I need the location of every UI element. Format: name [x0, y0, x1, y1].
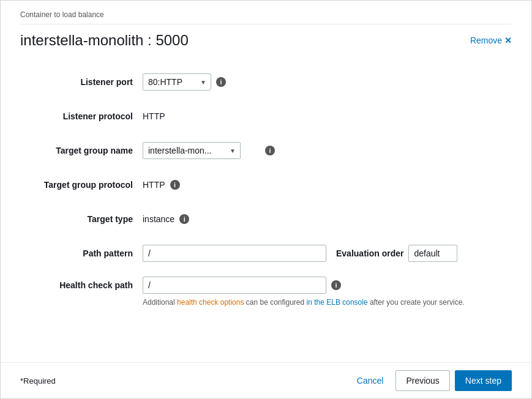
target-group-protocol-info-icon: i [170, 180, 180, 190]
target-type-row: Target type instance i [20, 208, 512, 230]
health-check-options-link[interactable]: health check options [177, 298, 244, 307]
target-group-protocol-label: Target group protocol [20, 180, 143, 190]
listener-port-select[interactable]: 80:HTTP 443:HTTPS 8080:HTTP [143, 73, 211, 91]
elb-console-link[interactable]: in the ELB console [307, 298, 368, 307]
next-step-button[interactable]: Next step [455, 370, 512, 391]
health-check-note: Additional health check options can be c… [143, 297, 512, 308]
target-group-name-select[interactable]: interstella-mon... [143, 142, 241, 159]
section-label: Container to load balance [20, 10, 512, 24]
content-area: Container to load balance Remove ✕ inter… [1, 1, 531, 362]
evaluation-order-group: Evaluation order [326, 245, 457, 262]
listener-port-label: Listener port [20, 77, 143, 87]
listener-protocol-row: Listener protocol HTTP [20, 105, 512, 127]
container-title: interstella-monolith : 5000 [20, 32, 512, 49]
listener-port-info-icon: i [216, 77, 226, 87]
listener-protocol-value: HTTP [143, 111, 165, 121]
page-wrapper: Container to load balance Remove ✕ inter… [0, 0, 532, 399]
health-check-path-row: Health check path i [20, 277, 512, 294]
listener-port-row: Listener port 80:HTTP 443:HTTPS 8080:HTT… [20, 71, 512, 93]
target-type-label: Target type [20, 214, 143, 224]
listener-protocol-label: Listener protocol [20, 111, 143, 121]
remove-label: Remove [470, 35, 502, 45]
remove-link[interactable]: Remove ✕ [470, 35, 512, 45]
health-check-info-icon: i [331, 280, 341, 290]
evaluation-order-input[interactable] [408, 245, 457, 262]
target-group-name-label: Target group name [20, 146, 143, 155]
footer: *Required Cancel Previous Next step [1, 362, 531, 398]
target-group-name-row: Target group name interstella-mon... ▼ i [20, 140, 512, 162]
footer-buttons: Cancel Previous Next step [350, 370, 512, 391]
target-type-value: instance [143, 214, 174, 224]
target-group-info-icon: i [265, 146, 275, 155]
required-text: *Required [20, 376, 56, 386]
evaluation-order-label: Evaluation order [336, 248, 403, 258]
remove-x-icon: ✕ [504, 35, 512, 45]
path-pattern-input[interactable] [143, 245, 326, 262]
target-group-protocol-row: Target group protocol HTTP i [20, 174, 512, 196]
path-pattern-row: Path pattern Evaluation order [20, 242, 512, 264]
path-pattern-label: Path pattern [20, 248, 143, 258]
target-group-select-wrapper: interstella-mon... ▼ [143, 142, 241, 159]
target-type-info-icon: i [179, 214, 189, 224]
health-check-path-input[interactable] [143, 277, 326, 294]
previous-button[interactable]: Previous [395, 370, 449, 391]
cancel-button[interactable]: Cancel [350, 371, 391, 390]
listener-port-select-wrapper: 80:HTTP 443:HTTPS 8080:HTTP ▼ [143, 73, 211, 91]
health-check-path-label: Health check path [20, 280, 143, 290]
target-group-protocol-value: HTTP [143, 180, 165, 190]
